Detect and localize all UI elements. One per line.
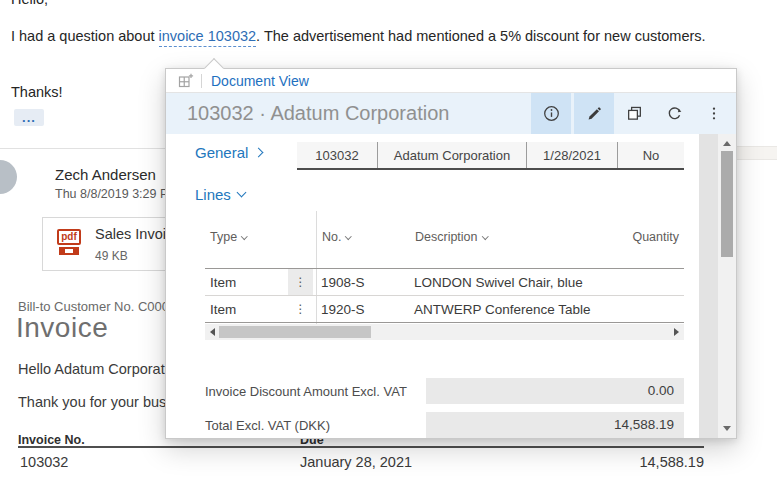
general-field-flag[interactable]: No — [617, 142, 684, 168]
pdf-file-icon: pdf — [55, 226, 83, 255]
column-header-description[interactable]: Description — [415, 230, 487, 244]
column-header-type[interactable]: Type — [210, 230, 247, 244]
lines-section-toggle[interactable]: Lines — [195, 186, 245, 203]
avatar — [0, 160, 17, 194]
chevron-down-icon — [482, 233, 488, 239]
content-right-gutter — [699, 134, 718, 438]
pdf-icon-label: pdf — [57, 229, 81, 245]
popup-content: General 103032 Adatum Corporation 1/28/2… — [166, 134, 736, 438]
attachment-size: 49 KB — [95, 249, 128, 263]
table-row[interactable]: Item ⋮ 1908-S LONDON Swivel Chair, blue — [205, 269, 684, 296]
summary-amount: 14,588.19 — [550, 454, 704, 470]
invoice-hello-line: Hello Adatum Corporatio — [18, 361, 176, 377]
general-field-date[interactable]: 1/28/2021 — [526, 142, 617, 168]
horizontal-scrollbar[interactable] — [205, 324, 684, 340]
email-body-before: I had a question about — [11, 28, 159, 44]
invoice-link[interactable]: invoice 103032 — [159, 28, 257, 47]
document-view-popup: Document View 103032 · Adatum Corporatio… — [165, 68, 737, 439]
chevron-down-icon — [346, 233, 352, 239]
general-field-no[interactable]: 103032 — [297, 142, 377, 168]
view-grid-icon — [178, 73, 194, 89]
column-header-no[interactable]: No. — [322, 230, 351, 244]
edit-button[interactable] — [574, 93, 614, 134]
invoice-discount-label: Invoice Discount Amount Excl. VAT — [205, 384, 407, 399]
copy-icon — [626, 105, 643, 122]
show-trimmed-content-button[interactable]: ... — [14, 109, 44, 126]
general-section-toggle[interactable]: General — [195, 144, 262, 161]
summary-due-date: January 28, 2021 — [300, 454, 412, 470]
popup-page-title: 103032 · Adatum Corporation — [187, 102, 449, 125]
copy-button[interactable] — [614, 93, 654, 134]
line-no: 1920-S — [321, 296, 365, 323]
pencil-icon — [586, 106, 602, 122]
line-type: Item — [210, 296, 236, 323]
scroll-right-arrow[interactable] — [674, 328, 679, 336]
general-fields-row: 103032 Adatum Corporation 1/28/2021 No — [297, 142, 684, 170]
pdf-icon-bar — [59, 247, 79, 255]
popup-toolbar — [531, 93, 734, 134]
scroll-down-arrow[interactable] — [723, 426, 731, 431]
refresh-icon — [666, 105, 683, 122]
column-header-quantity[interactable]: Quantity — [632, 230, 679, 244]
line-description: LONDON Swivel Chair, blue — [414, 269, 583, 296]
vertical-ellipsis-icon — [706, 105, 722, 122]
horizontal-scroll-thumb[interactable] — [219, 326, 371, 338]
invoice-thankyou-line: Thank you for your busin — [18, 394, 178, 410]
sent-timestamp: Thu 8/8/2019 3:29 PM — [55, 187, 179, 201]
attachment-card[interactable]: pdf Sales Invoice 10 49 KB — [42, 217, 183, 271]
table-row[interactable]: Item ⋮ 1920-S ANTWERP Conference Table — [205, 296, 684, 323]
info-button[interactable] — [531, 93, 571, 134]
row-options-icon[interactable]: ⋮ — [288, 296, 313, 322]
info-icon — [543, 105, 560, 122]
lines-table: Item ⋮ 1908-S LONDON Swivel Chair, blue … — [205, 268, 684, 323]
email-greeting: Hello, — [11, 0, 48, 7]
refresh-button[interactable] — [654, 93, 694, 134]
line-no: 1908-S — [321, 269, 365, 296]
general-label: General — [195, 144, 248, 161]
line-description: ANTWERP Conference Table — [414, 296, 591, 323]
scroll-up-arrow[interactable] — [723, 141, 731, 146]
document-view-link[interactable]: Document View — [211, 73, 309, 89]
line-type: Item — [210, 269, 236, 296]
general-field-customer[interactable]: Adatum Corporation — [377, 142, 526, 168]
email-reading-pane: Hello, I had a question about invoice 10… — [0, 0, 777, 503]
sender-name: Zech Andersen — [55, 166, 156, 183]
summary-header-rule — [18, 446, 704, 448]
total-excl-vat-field[interactable]: 14,588.19 — [426, 412, 684, 438]
popup-titlebar: 103032 · Adatum Corporation — [166, 93, 736, 134]
vertical-scrollbar[interactable] — [718, 134, 736, 438]
popup-topbar: Document View — [166, 69, 736, 93]
more-options-button[interactable] — [694, 93, 734, 134]
summary-col-invoice-no: Invoice No. — [18, 433, 85, 447]
total-excl-vat-label: Total Excl. VAT (DKK) — [205, 418, 330, 433]
chevron-down-icon — [236, 188, 246, 198]
summary-invoice-no: 103032 — [20, 454, 68, 470]
vertical-scroll-thumb[interactable] — [721, 151, 733, 257]
lines-label: Lines — [195, 186, 231, 203]
invoice-discount-field[interactable]: 0.00 — [426, 378, 684, 404]
invoice-heading: Invoice — [16, 312, 108, 344]
email-paragraph: I had a question about invoice 103032. T… — [11, 28, 736, 44]
topbar-separator — [201, 74, 202, 88]
chevron-right-icon — [254, 148, 264, 158]
scroll-left-arrow[interactable] — [210, 328, 215, 336]
email-body-after: . The advertisement had mentioned a 5% d… — [256, 28, 705, 44]
email-signoff: Thanks! — [11, 84, 63, 100]
row-options-icon[interactable]: ⋮ — [288, 269, 313, 295]
chevron-down-icon — [241, 233, 247, 239]
